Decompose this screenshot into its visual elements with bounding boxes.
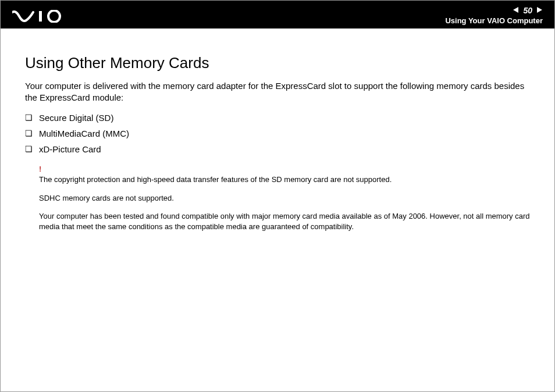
svg-marker-2 <box>513 7 518 13</box>
svg-marker-3 <box>537 7 542 13</box>
page-content: Using Other Memory Cards Your computer i… <box>1 28 554 231</box>
memory-card-list: Secure Digital (SD) MultiMediaCard (MMC)… <box>25 110 530 157</box>
pager: 50 Using Your VAIO Computer <box>445 6 543 25</box>
page-title: Using Other Memory Cards <box>25 54 530 72</box>
arrow-right-icon <box>536 6 543 13</box>
page-number: 50 <box>523 6 532 15</box>
list-item: MultiMediaCard (MMC) <box>25 126 530 141</box>
list-item: Secure Digital (SD) <box>25 110 530 126</box>
note-text: Your computer has been tested and found … <box>39 211 530 231</box>
vaio-logo <box>12 10 70 25</box>
note-text: The copyright protection and high-speed … <box>39 174 530 185</box>
pager-controls: 50 <box>513 6 543 15</box>
page-header: 50 Using Your VAIO Computer <box>1 1 554 28</box>
svg-point-1 <box>48 10 60 22</box>
notes-block: ! The copyright protection and high-spee… <box>25 164 530 232</box>
warning-icon: ! <box>39 164 530 174</box>
arrow-left-icon <box>513 6 520 13</box>
next-page-button[interactable] <box>536 6 543 15</box>
note-text: SDHC memory cards are not supported. <box>39 193 530 204</box>
section-label: Using Your VAIO Computer <box>445 16 543 25</box>
vaio-logo-icon <box>12 10 70 23</box>
svg-rect-0 <box>39 11 42 22</box>
prev-page-button[interactable] <box>513 6 520 15</box>
intro-text: Your computer is delivered with the memo… <box>25 80 530 104</box>
list-item: xD-Picture Card <box>25 141 530 157</box>
